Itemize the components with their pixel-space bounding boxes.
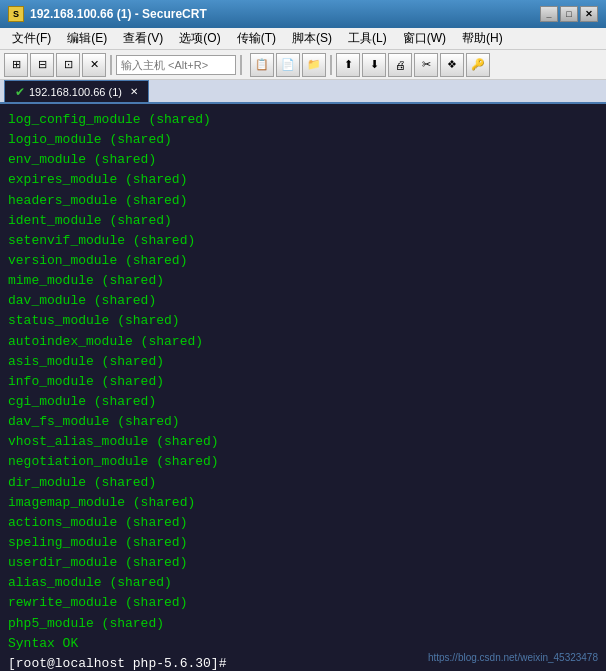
toolbar-sep-2 bbox=[240, 55, 242, 75]
window-title: 192.168.100.66 (1) - SecureCRT bbox=[30, 7, 534, 21]
toolbar-sep-3 bbox=[330, 55, 332, 75]
tab-status-dot: ✔ bbox=[15, 85, 25, 99]
tab-bar: ✔ 192.168.100.66 (1) ✕ bbox=[0, 80, 606, 104]
menu-file[interactable]: 文件(F) bbox=[4, 28, 59, 49]
terminal-line: alias_module (shared) bbox=[8, 573, 598, 593]
toolbar-btn-9[interactable]: ⬇ bbox=[362, 53, 386, 77]
app-icon: S bbox=[8, 6, 24, 22]
terminal-line: headers_module (shared) bbox=[8, 191, 598, 211]
terminal-line: dir_module (shared) bbox=[8, 473, 598, 493]
toolbar-btn-8[interactable]: ⬆ bbox=[336, 53, 360, 77]
maximize-button[interactable]: □ bbox=[560, 6, 578, 22]
tab-label: 192.168.100.66 (1) bbox=[29, 86, 122, 98]
terminal-output[interactable]: log_config_module (shared)logio_module (… bbox=[0, 104, 606, 671]
terminal-line: asis_module (shared) bbox=[8, 352, 598, 372]
terminal-line: expires_module (shared) bbox=[8, 170, 598, 190]
menu-options[interactable]: 选项(O) bbox=[171, 28, 228, 49]
toolbar-sep-1 bbox=[110, 55, 112, 75]
terminal-line: env_module (shared) bbox=[8, 150, 598, 170]
terminal-line: cgi_module (shared) bbox=[8, 392, 598, 412]
toolbar-btn-11[interactable]: ✂ bbox=[414, 53, 438, 77]
toolbar-btn-12[interactable]: ❖ bbox=[440, 53, 464, 77]
toolbar-btn-3[interactable]: ⊡ bbox=[56, 53, 80, 77]
toolbar-btn-13[interactable]: 🔑 bbox=[466, 53, 490, 77]
toolbar: ⊞ ⊟ ⊡ ✕ 📋 📄 📁 ⬆ ⬇ 🖨 ✂ ❖ 🔑 bbox=[0, 50, 606, 80]
terminal-line: logio_module (shared) bbox=[8, 130, 598, 150]
terminal-line: log_config_module (shared) bbox=[8, 110, 598, 130]
tab-close-button[interactable]: ✕ bbox=[130, 86, 138, 97]
terminal-line: autoindex_module (shared) bbox=[8, 332, 598, 352]
toolbar-btn-7[interactable]: 📁 bbox=[302, 53, 326, 77]
close-button[interactable]: ✕ bbox=[580, 6, 598, 22]
host-input[interactable] bbox=[116, 55, 236, 75]
toolbar-section2: 📋 📄 📁 ⬆ ⬇ 🖨 ✂ ❖ 🔑 bbox=[250, 53, 490, 77]
menu-transfer[interactable]: 传输(T) bbox=[229, 28, 284, 49]
terminal-line: php5_module (shared) bbox=[8, 614, 598, 634]
terminal-line: info_module (shared) bbox=[8, 372, 598, 392]
minimize-button[interactable]: _ bbox=[540, 6, 558, 22]
title-bar: S 192.168.100.66 (1) - SecureCRT _ □ ✕ bbox=[0, 0, 606, 28]
terminal-line: vhost_alias_module (shared) bbox=[8, 432, 598, 452]
toolbar-btn-1[interactable]: ⊞ bbox=[4, 53, 28, 77]
watermark: https://blog.csdn.net/weixin_45323478 bbox=[428, 652, 598, 663]
terminal-line: mime_module (shared) bbox=[8, 271, 598, 291]
terminal-line: setenvif_module (shared) bbox=[8, 231, 598, 251]
menu-script[interactable]: 脚本(S) bbox=[284, 28, 340, 49]
tab-session[interactable]: ✔ 192.168.100.66 (1) ✕ bbox=[4, 80, 149, 102]
menu-tools[interactable]: 工具(L) bbox=[340, 28, 395, 49]
terminal-status-line: Syntax OK bbox=[8, 634, 598, 654]
toolbar-btn-4[interactable]: ✕ bbox=[82, 53, 106, 77]
terminal-line: dav_fs_module (shared) bbox=[8, 412, 598, 432]
terminal-line: version_module (shared) bbox=[8, 251, 598, 271]
menu-edit[interactable]: 编辑(E) bbox=[59, 28, 115, 49]
toolbar-btn-2[interactable]: ⊟ bbox=[30, 53, 54, 77]
toolbar-btn-6[interactable]: 📄 bbox=[276, 53, 300, 77]
menu-view[interactable]: 查看(V) bbox=[115, 28, 171, 49]
terminal-line: rewrite_module (shared) bbox=[8, 593, 598, 613]
toolbar-btn-10[interactable]: 🖨 bbox=[388, 53, 412, 77]
menu-bar: 文件(F) 编辑(E) 查看(V) 选项(O) 传输(T) 脚本(S) 工具(L… bbox=[0, 28, 606, 50]
terminal-line: ident_module (shared) bbox=[8, 211, 598, 231]
terminal-line: imagemap_module (shared) bbox=[8, 493, 598, 513]
terminal-line: userdir_module (shared) bbox=[8, 553, 598, 573]
terminal-line: status_module (shared) bbox=[8, 311, 598, 331]
menu-window[interactable]: 窗口(W) bbox=[395, 28, 454, 49]
terminal-line: negotiation_module (shared) bbox=[8, 452, 598, 472]
terminal-line: speling_module (shared) bbox=[8, 533, 598, 553]
menu-help[interactable]: 帮助(H) bbox=[454, 28, 511, 49]
terminal-line: actions_module (shared) bbox=[8, 513, 598, 533]
toolbar-btn-5[interactable]: 📋 bbox=[250, 53, 274, 77]
window-controls: _ □ ✕ bbox=[540, 6, 598, 22]
terminal-line: dav_module (shared) bbox=[8, 291, 598, 311]
